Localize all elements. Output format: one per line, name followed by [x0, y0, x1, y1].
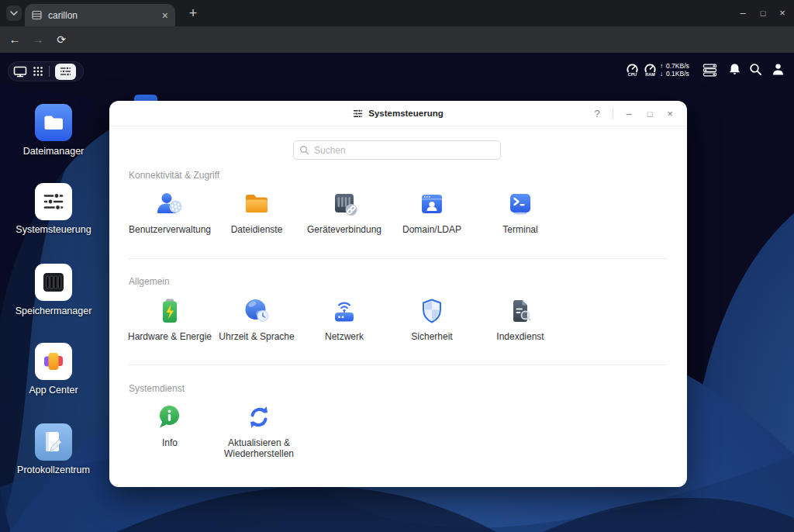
window-controls-separator [613, 109, 613, 119]
cpu-label: CPU [628, 72, 637, 77]
desktop: CPU RAM ↑0.7KB/s ↓0.1KB/s [0, 53, 794, 532]
upload-speed: ↑0.7KB/s [660, 62, 689, 70]
back-button[interactable]: ← [6, 32, 23, 47]
dock-label-speichermanager[interactable]: Speichermanager [0, 306, 108, 316]
tab-search-button[interactable] [6, 5, 22, 21]
sicherheit-icon [416, 295, 447, 326]
item-indexdienst[interactable]: Indexdienst [475, 295, 566, 342]
ram-gauge-icon[interactable]: RAM [643, 63, 658, 77]
up-arrow-icon: ↑ [660, 62, 666, 70]
dock-label-systemsteuerung[interactable]: Systemsteuerung [0, 224, 108, 235]
browser-minimize-button[interactable]: – [735, 5, 751, 21]
help-button[interactable]: ? [590, 108, 604, 120]
item-aktualisieren-wiederherstellen[interactable]: Aktualisieren & Wiederherstellen [211, 402, 307, 459]
tab-favicon [32, 10, 42, 20]
item-geraeteverbindung[interactable]: Geräteverbindung [299, 188, 390, 235]
screen: carillon × + – □ × ← → ⟳ Nicht sicher 19… [0, 0, 794, 532]
cpu-gauge-icon[interactable]: CPU [625, 63, 640, 77]
section-separator-2 [129, 364, 668, 365]
active-app-button[interactable] [55, 64, 76, 80]
browser-toolbar: ← → ⟳ Nicht sicher 192.168.178.50:9999/d… [0, 26, 794, 53]
forward-button[interactable]: → [29, 32, 47, 47]
down-arrow-icon: ↓ [660, 70, 666, 78]
task-queue-icon[interactable] [703, 64, 717, 77]
download-speed: ↓0.1KB/s [660, 70, 689, 78]
section-label-allgemein: Allgemein [129, 276, 170, 287]
hardware-energie-icon [154, 295, 185, 326]
tab-title: carillon [48, 10, 162, 21]
notifications-bell-icon[interactable] [728, 63, 741, 76]
item-uhrzeit-sprache[interactable]: Uhrzeit & Sprache [211, 295, 302, 342]
dock-label-app-center[interactable]: App Center [0, 385, 108, 396]
search-icon[interactable] [749, 63, 762, 76]
item-benutzerverwaltung[interactable]: Benutzerverwaltung [124, 188, 216, 235]
dock-label-protokollzentrum[interactable]: Protokollzentrum [0, 465, 108, 475]
pill-divider [49, 66, 50, 77]
domain-ldap-icon [416, 188, 447, 219]
panel-search-input[interactable] [293, 140, 501, 160]
section-label-systemdienst: Systemdienst [129, 383, 185, 394]
window-minimize-button[interactable]: – [622, 108, 636, 120]
item-terminal[interactable]: Terminal [475, 188, 566, 235]
uhrzeit-sprache-icon [241, 295, 272, 326]
section-label-konnektivitaet: Konnektivität & Zugriff [129, 170, 219, 181]
dateidienste-icon [241, 188, 272, 219]
window-title-icon [353, 109, 363, 119]
section-separator-1 [129, 258, 668, 259]
ram-label: RAM [645, 72, 655, 77]
app-center-app-icon[interactable] [35, 343, 72, 380]
browser-maximize-button[interactable]: □ [755, 5, 771, 21]
chevron-down-icon [10, 11, 18, 16]
window-maximize-button[interactable]: □ [643, 108, 657, 120]
browser-close-button[interactable]: × [775, 5, 790, 21]
benutzerverwaltung-icon [154, 188, 185, 219]
window-title: Systemsteuerung [368, 109, 444, 118]
info-icon [154, 402, 185, 433]
reload-button[interactable]: ⟳ [53, 32, 70, 47]
terminal-icon [505, 188, 536, 219]
dateimanager-app-icon[interactable] [35, 104, 72, 141]
aktualisieren-icon [243, 402, 274, 433]
item-hardware-energie[interactable]: Hardware & Energie [124, 295, 216, 342]
network-speeds: ↑0.7KB/s ↓0.1KB/s [660, 62, 689, 78]
browser-tabstrip: carillon × + – □ × [0, 0, 794, 26]
panel-search-icon [299, 145, 309, 155]
item-sicherheit[interactable]: Sicherheit [386, 295, 478, 342]
item-netzwerk[interactable]: Netzwerk [299, 295, 390, 342]
item-info[interactable]: Info [124, 402, 216, 448]
control-panel-icon [60, 66, 71, 77]
app-grid-icon[interactable] [33, 66, 43, 77]
systemsteuerung-app-icon[interactable] [35, 183, 72, 220]
tab-close-icon[interactable]: × [162, 10, 168, 21]
new-tab-button[interactable]: + [185, 5, 202, 22]
user-icon[interactable] [772, 63, 785, 76]
geraeteverbindung-icon [329, 188, 360, 219]
dock-label-dateimanager[interactable]: Dateimanager [0, 146, 108, 157]
taskbar-pill [8, 61, 84, 81]
indexdienst-icon [505, 295, 536, 326]
window-close-button[interactable]: × [663, 108, 677, 120]
netzwerk-icon [329, 295, 360, 326]
item-domain-ldap[interactable]: Domain/LDAP [386, 188, 478, 235]
control-panel-window: Systemsteuerung ? – □ × Konnektivität & … [109, 101, 687, 487]
item-dateidienste[interactable]: Dateidienste [211, 188, 302, 235]
speichermanager-app-icon[interactable] [35, 264, 72, 301]
browser-tab[interactable]: carillon × [25, 4, 175, 26]
protokollzentrum-app-icon[interactable] [35, 423, 72, 461]
show-desktop-icon[interactable] [13, 66, 27, 78]
